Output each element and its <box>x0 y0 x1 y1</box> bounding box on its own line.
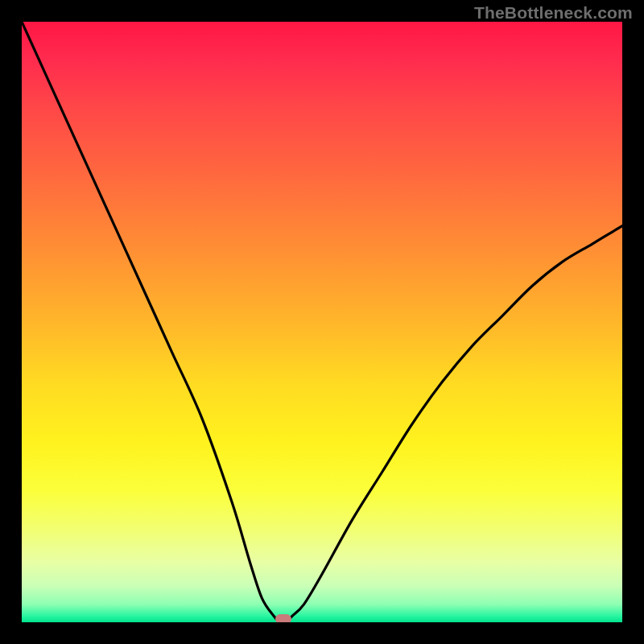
chart-frame: TheBottleneck.com <box>0 0 644 644</box>
plot-area <box>22 22 622 622</box>
bottleneck-curve <box>22 22 622 622</box>
watermark-label: TheBottleneck.com <box>474 3 633 23</box>
optimal-point-marker <box>275 614 291 622</box>
curve-path <box>22 22 622 622</box>
